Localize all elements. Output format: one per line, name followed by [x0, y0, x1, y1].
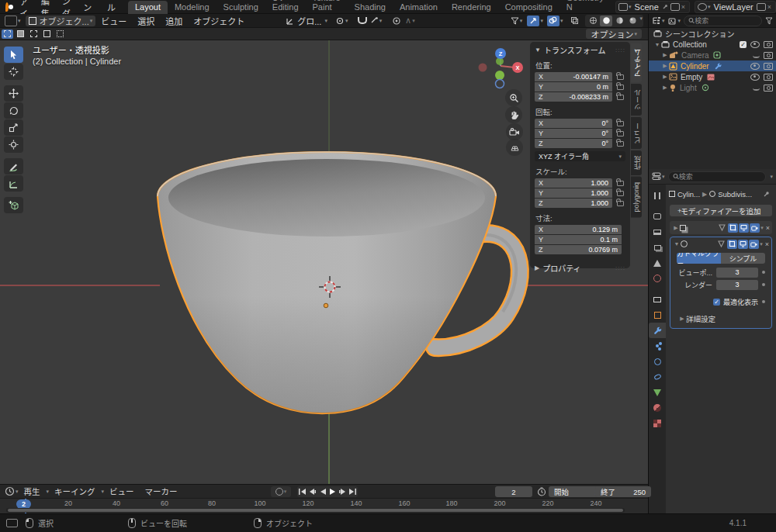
select-mode-intersect-button[interactable]: [54, 29, 66, 39]
location-x-field[interactable]: X-0.00147 m: [535, 72, 612, 81]
show-on-cage-toggle[interactable]: [717, 223, 727, 233]
tool-rotate[interactable]: [4, 102, 23, 119]
tool-add-primitive[interactable]: [4, 197, 23, 213]
lock-icon[interactable]: [617, 131, 624, 136]
remove-viewlayer-icon[interactable]: ×: [766, 3, 773, 11]
properties-search-input[interactable]: [679, 173, 762, 181]
properties-subpanel-header[interactable]: ▶ プロパティ ::::: [535, 262, 625, 273]
pin-icon[interactable]: [763, 191, 770, 198]
show-in-editmode-toggle[interactable]: [727, 240, 737, 249]
lock-icon[interactable]: [617, 181, 624, 186]
lock-icon[interactable]: [617, 141, 624, 147]
render-levels-field[interactable]: 3: [716, 280, 758, 290]
animate-dot[interactable]: [762, 283, 765, 286]
outliner-row-cylinder[interactable]: ▶ Cylinder: [649, 60, 776, 71]
3d-viewport[interactable]: Z X ユーザー・透視投影 (2) Collection | Cylinder: [0, 40, 648, 484]
collection-checkbox[interactable]: ✓: [740, 41, 747, 48]
tab-create[interactable]: 作成: [631, 150, 642, 175]
dim-x-field[interactable]: X0.129 m: [535, 225, 622, 234]
auto-keyframe-button[interactable]: ▾: [271, 486, 291, 497]
new-viewlayer-icon[interactable]: [757, 3, 766, 11]
pivot-point-button[interactable]: ▾: [335, 16, 348, 26]
shading-rendered-button[interactable]: [626, 16, 639, 26]
tool-transform[interactable]: [4, 136, 23, 153]
object-origin-dot[interactable]: [324, 303, 328, 308]
xray-toggle[interactable]: [568, 16, 580, 26]
menu-marker[interactable]: マーカー: [140, 485, 183, 497]
catmull-clark-button[interactable]: カトマルクラー...: [677, 253, 721, 264]
panel-drag-dots[interactable]: ::::: [615, 264, 625, 271]
snap-target-button[interactable]: ▾: [369, 16, 382, 26]
menu-object[interactable]: オブジェクト: [188, 15, 250, 27]
modifier-extras-caret[interactable]: ▾: [760, 225, 764, 231]
navigation-gizmo[interactable]: Z X: [479, 48, 524, 88]
camera-visibility-icon[interactable]: [764, 74, 773, 81]
play-reverse-button[interactable]: [317, 486, 327, 497]
tab-object-icon[interactable]: [649, 307, 666, 323]
next-keyframe-button[interactable]: [338, 486, 348, 497]
overlays-toggle[interactable]: [547, 16, 559, 26]
gizmos-caret[interactable]: ▾: [540, 18, 543, 24]
pan-button[interactable]: [505, 106, 522, 123]
breadcrumb-modifier[interactable]: Subdivis...: [718, 190, 752, 199]
eye-closed-icon[interactable]: [753, 53, 760, 58]
tab-modeling[interactable]: Modeling: [168, 1, 217, 14]
lock-icon[interactable]: [617, 74, 624, 80]
lock-icon[interactable]: [617, 191, 624, 196]
tab-particles-icon[interactable]: [649, 338, 666, 354]
menu-playback[interactable]: 再生: [19, 485, 46, 497]
timeline-editor-icon[interactable]: [5, 486, 15, 496]
tab-texture-icon[interactable]: [649, 416, 666, 431]
expand-caret-icon[interactable]: ▶: [661, 74, 669, 80]
tab-texture-paint[interactable]: Texture Paint: [306, 0, 348, 14]
expand-caret-icon[interactable]: ▶: [661, 52, 669, 58]
tool-options-button[interactable]: オプション ▾: [586, 29, 642, 39]
dim-y-field[interactable]: Y0.1 m: [535, 235, 622, 244]
show-in-editmode-toggle[interactable]: [728, 223, 738, 233]
outliner-editor-caret[interactable]: ▾: [662, 18, 665, 24]
tab-viewlayer-icon[interactable]: [649, 240, 666, 255]
viewlayer-selector[interactable]: ▾ ViewLayer ×: [695, 1, 776, 13]
panel-drag-dots[interactable]: ::::: [615, 47, 625, 54]
falloff-button[interactable]: ∧ ▾: [404, 16, 416, 26]
gizmos-toggle[interactable]: [527, 16, 539, 26]
tab-render-icon[interactable]: [649, 209, 666, 224]
camera-visibility-icon[interactable]: [764, 85, 773, 92]
modifier-extras-caret[interactable]: ▾: [760, 241, 763, 247]
scrollbar-handle[interactable]: [8, 509, 623, 512]
camera-visibility-icon[interactable]: [764, 63, 773, 70]
tab-uv-editing[interactable]: UV Editing: [265, 0, 306, 14]
menu-keying[interactable]: キーイング: [49, 485, 101, 497]
editor-type-icon[interactable]: [5, 16, 17, 26]
eye-closed-icon[interactable]: [753, 85, 760, 91]
tab-rendering[interactable]: Rendering: [445, 1, 498, 14]
tab-object-data-icon[interactable]: [649, 385, 666, 400]
scene-selector[interactable]: ▾ Scene ×: [615, 1, 690, 13]
delete-modifier-icon[interactable]: ×: [765, 240, 769, 248]
delete-modifier-icon[interactable]: ×: [766, 224, 770, 232]
menu-add[interactable]: 追加: [160, 15, 188, 27]
menu-timeline-view[interactable]: ビュー: [104, 485, 140, 497]
new-scene-icon[interactable]: [670, 3, 680, 11]
optimal-display-checkbox[interactable]: ✓: [713, 299, 720, 306]
eye-icon[interactable]: [750, 63, 760, 70]
location-z-field[interactable]: Z-0.008233 m: [535, 92, 612, 102]
tab-world-icon[interactable]: [649, 271, 666, 286]
timeline-scrollbar[interactable]: [6, 508, 625, 513]
tab-modifiers-icon[interactable]: [649, 323, 666, 338]
expand-caret-icon[interactable]: ▶: [672, 225, 680, 231]
outliner-row-camera[interactable]: ▶ Camera: [649, 50, 776, 60]
lock-icon[interactable]: [617, 95, 624, 100]
tool-measure[interactable]: [4, 175, 23, 192]
rotation-mode-dropdown[interactable]: XYZ オイラー角 ▾: [535, 151, 625, 161]
tab-scene-icon[interactable]: [649, 255, 666, 271]
blender-logo-icon[interactable]: [5, 2, 9, 12]
expand-caret-icon[interactable]: ▶: [661, 85, 669, 91]
properties-editor-icon[interactable]: [652, 172, 661, 181]
tab-tool-icon[interactable]: [649, 188, 666, 203]
advanced-section-header[interactable]: ▶ 詳細設定: [678, 313, 765, 324]
show-in-viewport-toggle[interactable]: [739, 223, 749, 233]
orientation-label[interactable]: グロ...: [295, 15, 324, 27]
outliner-row-light[interactable]: ▶ Light: [649, 82, 776, 93]
add-modifier-button[interactable]: + モディファイアーを追加: [670, 205, 772, 216]
